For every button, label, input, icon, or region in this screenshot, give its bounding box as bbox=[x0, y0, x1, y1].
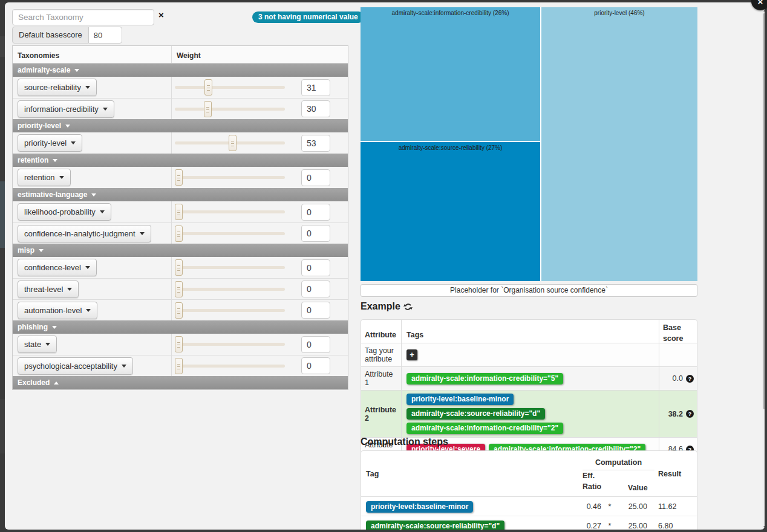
computation-tag-cell: priority-level:baseline-minor bbox=[361, 502, 579, 511]
slider-track bbox=[175, 309, 285, 312]
example-tags-cell: priority-level:baseline-minoradmiralty-s… bbox=[402, 391, 659, 437]
scrollbar-down-arrow-icon[interactable] bbox=[763, 526, 765, 529]
example-score-cell: 38.2? bbox=[659, 391, 697, 437]
taxonomy-group-header-phishing[interactable]: phishing bbox=[13, 320, 348, 334]
vertical-scrollbar[interactable] bbox=[762, 5, 765, 530]
multiply-operator: * bbox=[601, 502, 618, 511]
chevron-down-icon bbox=[65, 125, 70, 128]
base-score-value: 38.2 bbox=[668, 410, 683, 418]
taxonomy-dropdown-button[interactable]: retention bbox=[18, 169, 71, 186]
slider-handle[interactable] bbox=[175, 169, 183, 186]
result-value: 6.80 bbox=[647, 522, 697, 530]
taxonomy-group-label: estimative-language bbox=[18, 190, 87, 199]
slider-handle[interactable] bbox=[175, 358, 183, 374]
weight-slider[interactable] bbox=[175, 225, 285, 242]
taxonomy-cell: retention bbox=[13, 167, 172, 188]
slider-handle[interactable] bbox=[175, 336, 183, 352]
chevron-down-icon bbox=[140, 232, 145, 235]
taxonomy-row: likelihood-probability bbox=[13, 201, 348, 222]
slider-handle[interactable] bbox=[175, 281, 183, 297]
taxonomy-dropdown-label: retention bbox=[24, 173, 55, 182]
computation-group-header: Computation bbox=[583, 458, 654, 470]
taxonomy-group-header-admiralty-scale[interactable]: admiralty-scale bbox=[13, 63, 348, 77]
taxonomy-dropdown-button[interactable]: priority-level bbox=[18, 134, 82, 152]
add-tag-button[interactable]: + bbox=[406, 349, 417, 360]
slider-handle[interactable] bbox=[175, 302, 183, 319]
scrollbar-thumb[interactable] bbox=[763, 13, 765, 409]
search-input[interactable] bbox=[12, 9, 154, 25]
taxonomies-column-header: Taxonomies bbox=[13, 46, 172, 63]
slider-handle[interactable] bbox=[204, 101, 212, 117]
weight-value-input[interactable] bbox=[301, 169, 330, 186]
weight-value-input[interactable] bbox=[301, 336, 330, 353]
value-value: 25.00 bbox=[618, 522, 647, 530]
weight-slider[interactable] bbox=[175, 336, 285, 353]
slider-handle[interactable] bbox=[175, 225, 183, 242]
taxonomy-cell: information-credibility bbox=[13, 99, 172, 119]
question-icon[interactable]: ? bbox=[686, 375, 694, 383]
example-attribute-cell: Attribute 2 bbox=[361, 391, 402, 437]
taxonomy-dropdown-button[interactable]: automation-level bbox=[18, 302, 97, 319]
default-basescore-input[interactable] bbox=[88, 27, 122, 44]
taxonomy-group-header-misp[interactable]: misp bbox=[13, 244, 348, 257]
taxonomy-group-header-estimative-language[interactable]: estimative-language bbox=[13, 188, 348, 201]
weight-slider[interactable] bbox=[175, 302, 285, 319]
weight-value-input[interactable] bbox=[301, 281, 330, 297]
taxonomy-row: automation-level bbox=[13, 299, 348, 320]
question-icon[interactable]: ? bbox=[686, 410, 694, 418]
taxonomy-group-header-retention[interactable]: retention bbox=[13, 154, 348, 167]
weight-slider[interactable] bbox=[175, 281, 285, 298]
slider-track bbox=[175, 232, 285, 235]
example-row: Attribute 2priority-level:baseline-minor… bbox=[361, 390, 697, 437]
chevron-down-icon bbox=[86, 309, 91, 312]
chevron-down-icon bbox=[71, 141, 76, 144]
slider-handle[interactable] bbox=[229, 135, 237, 151]
taxonomy-dropdown-button[interactable]: threat-level bbox=[18, 281, 79, 298]
slider-handle[interactable] bbox=[175, 204, 183, 220]
taxonomy-cell: confidence-in-analytic-judgment bbox=[13, 223, 172, 244]
weight-value-input[interactable] bbox=[301, 225, 330, 242]
result-column-header: Result bbox=[654, 451, 697, 496]
weight-slider[interactable] bbox=[175, 134, 285, 152]
slider-handle[interactable] bbox=[175, 259, 183, 276]
weight-value-input[interactable] bbox=[301, 135, 330, 152]
taxonomy-dropdown-button[interactable]: state bbox=[18, 336, 57, 353]
eff-ratio-column-header: Eff. Ratio bbox=[583, 471, 608, 492]
taxonomy-group-label: admiralty-scale bbox=[18, 66, 70, 74]
taxonomy-row: information-credibility bbox=[13, 98, 348, 119]
treemap-cell-label: priority-level (46%) bbox=[541, 10, 697, 16]
weight-value-input[interactable] bbox=[301, 204, 330, 221]
weight-slider[interactable] bbox=[175, 169, 285, 186]
weight-value-input[interactable] bbox=[301, 357, 330, 374]
taxonomy-row: priority-level bbox=[13, 132, 348, 154]
weight-value-input[interactable] bbox=[301, 79, 330, 96]
taxonomy-dropdown-button[interactable]: confidence-in-analytic-judgment bbox=[18, 225, 151, 242]
weight-slider[interactable] bbox=[175, 100, 285, 118]
slider-track bbox=[175, 86, 285, 89]
taxonomy-dropdown-button[interactable]: confidence-level bbox=[18, 259, 97, 276]
weight-value-input[interactable] bbox=[301, 100, 330, 117]
weight-slider[interactable] bbox=[175, 79, 285, 96]
weight-slider[interactable] bbox=[175, 203, 285, 221]
excluded-group-label: Excluded bbox=[18, 378, 50, 387]
weight-value-input[interactable] bbox=[301, 302, 330, 319]
weight-cell bbox=[172, 201, 348, 222]
taxonomy-tag: admiralty-scale:information-credibility=… bbox=[406, 373, 563, 384]
taxonomy-weighting-modal: × 3 not having numerical value Default b… bbox=[5, 2, 765, 530]
taxonomy-dropdown-button[interactable]: likelihood-probability bbox=[18, 203, 111, 221]
refresh-icon[interactable] bbox=[403, 302, 413, 311]
weight-cell bbox=[172, 223, 348, 244]
slider-handle[interactable] bbox=[204, 79, 212, 96]
taxonomy-dropdown-button[interactable]: information-credibility bbox=[18, 100, 114, 118]
chevron-down-icon bbox=[91, 193, 96, 196]
treemap-cell: admiralty-scale:information-credibility … bbox=[361, 7, 540, 141]
weight-slider[interactable] bbox=[175, 357, 285, 375]
taxonomy-group-header-priority-level[interactable]: priority-level bbox=[13, 119, 348, 132]
taxonomy-dropdown-button[interactable]: source-reliability bbox=[18, 79, 97, 96]
taxonomy-group-header-excluded[interactable]: Excluded bbox=[13, 376, 348, 389]
taxonomy-dropdown-button[interactable]: psychological-acceptability bbox=[18, 357, 133, 375]
weight-value-input[interactable] bbox=[301, 259, 330, 276]
chevron-down-icon bbox=[74, 69, 79, 72]
clear-search-icon[interactable]: × bbox=[158, 10, 164, 19]
weight-slider[interactable] bbox=[175, 259, 285, 276]
